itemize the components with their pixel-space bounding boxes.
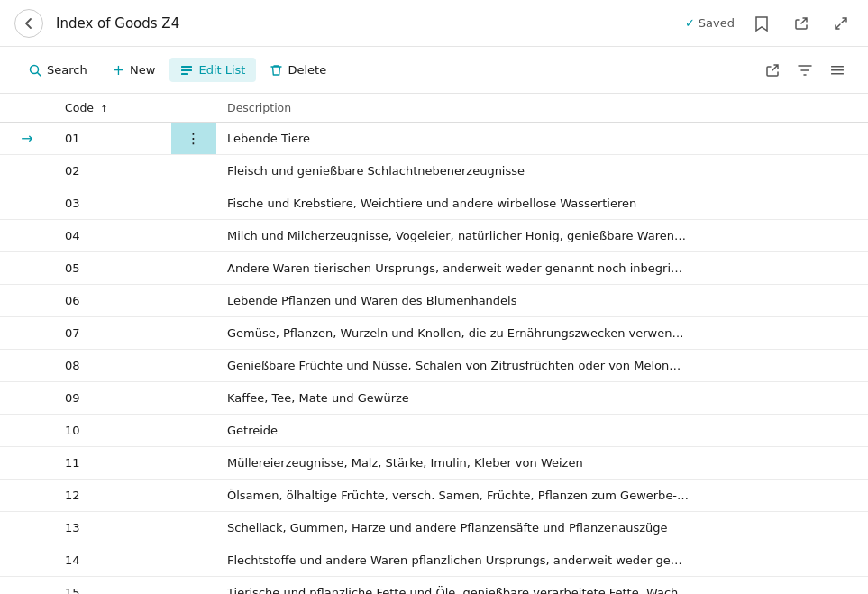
row-menu-cell[interactable] bbox=[171, 285, 216, 317]
row-menu-cell[interactable] bbox=[171, 220, 216, 252]
row-code-cell: 05 bbox=[54, 252, 171, 285]
row-menu-cell[interactable]: ⋮ bbox=[171, 123, 216, 155]
bookmark-button[interactable] bbox=[749, 11, 774, 36]
row-code-cell: 07 bbox=[54, 317, 171, 350]
row-code-cell: 14 bbox=[54, 544, 171, 577]
new-button[interactable]: + New bbox=[102, 58, 167, 83]
row-menu-cell[interactable] bbox=[171, 480, 216, 512]
row-menu-cell[interactable] bbox=[171, 512, 216, 544]
title-actions: ✓ Saved bbox=[685, 11, 854, 36]
table-header-row: Code ↑ Description bbox=[0, 94, 868, 123]
row-code-cell: 09 bbox=[54, 382, 171, 415]
table-row[interactable]: 08Genießbare Früchte und Nüsse, Schalen … bbox=[0, 350, 868, 382]
table-row[interactable]: 05Andere Waren tierischen Ursprungs, and… bbox=[0, 252, 868, 285]
table-row[interactable]: 06Lebende Pflanzen und Waren des Blumenh… bbox=[0, 285, 868, 317]
table-row[interactable]: 02Fleisch und genießbare Schlachtnebener… bbox=[0, 155, 868, 187]
row-code-cell: 06 bbox=[54, 285, 171, 317]
row-description-cell: Lebende Pflanzen und Waren des Blumenhan… bbox=[216, 285, 868, 317]
row-arrow-cell bbox=[0, 317, 54, 350]
row-code-cell: 10 bbox=[54, 415, 171, 447]
row-menu-cell[interactable] bbox=[171, 415, 216, 447]
delete-button[interactable]: Delete bbox=[260, 58, 337, 82]
row-code-cell: 03 bbox=[54, 187, 171, 220]
table-row[interactable]: 09Kaffee, Tee, Mate und Gewürze bbox=[0, 382, 868, 415]
row-description-cell: Milch und Milcherzeugnisse, Vogeleier, n… bbox=[216, 220, 868, 252]
row-menu-cell[interactable] bbox=[171, 252, 216, 285]
row-arrow-cell bbox=[0, 382, 54, 415]
row-code-cell: 01 bbox=[54, 123, 171, 155]
title-bar: Index of Goods Z4 ✓ Saved bbox=[0, 0, 868, 47]
col-header-description[interactable]: Description bbox=[216, 94, 868, 123]
saved-label-text: Saved bbox=[699, 16, 735, 30]
row-code-cell: 12 bbox=[54, 480, 171, 512]
search-label: Search bbox=[47, 63, 87, 77]
plus-icon: + bbox=[113, 63, 124, 78]
search-icon bbox=[29, 64, 41, 77]
row-arrow-cell bbox=[0, 285, 54, 317]
row-arrow-cell bbox=[0, 350, 54, 382]
row-menu-cell[interactable] bbox=[171, 577, 216, 595]
row-menu-cell[interactable] bbox=[171, 350, 216, 382]
row-arrow-cell: → bbox=[0, 123, 54, 155]
row-arrow-icon: → bbox=[21, 130, 32, 147]
delete-icon bbox=[270, 64, 282, 77]
row-description-cell: Flechtstoffe und andere Waren pflanzlich… bbox=[216, 544, 868, 577]
col-header-arrow bbox=[0, 94, 54, 123]
row-menu-cell[interactable] bbox=[171, 544, 216, 577]
table-row[interactable]: →01⋮Lebende Tiere bbox=[0, 123, 868, 155]
row-code-cell: 04 bbox=[54, 220, 171, 252]
table-row[interactable]: 13Schellack, Gummen, Harze und andere Pf… bbox=[0, 512, 868, 544]
saved-status: ✓ Saved bbox=[685, 16, 735, 30]
table-row[interactable]: 10Getreide bbox=[0, 415, 868, 447]
column-menu-button[interactable] bbox=[825, 58, 850, 83]
row-arrow-cell bbox=[0, 187, 54, 220]
table-row[interactable]: 04Milch und Milcherzeugnisse, Vogeleier,… bbox=[0, 220, 868, 252]
svg-rect-2 bbox=[181, 69, 192, 71]
table-row[interactable]: 03Fische und Krebstiere, Weichtiere und … bbox=[0, 187, 868, 220]
table-row[interactable]: 15Tierische und pflanzliche Fette und Öl… bbox=[0, 577, 868, 595]
row-menu-cell[interactable] bbox=[171, 382, 216, 415]
row-arrow-cell bbox=[0, 155, 54, 187]
toolbar: Search + New Edit List Delete bbox=[0, 47, 868, 94]
table-scroll[interactable]: Code ↑ Description →01⋮Lebende Tiere02Fl… bbox=[0, 94, 868, 594]
svg-rect-1 bbox=[181, 66, 192, 68]
table-row[interactable]: 07Gemüse, Pflanzen, Wurzeln und Knollen,… bbox=[0, 317, 868, 350]
row-code-cell: 15 bbox=[54, 577, 171, 595]
row-code-cell: 02 bbox=[54, 155, 171, 187]
row-description-cell: Ölsamen, ölhaltige Früchte, versch. Same… bbox=[216, 480, 868, 512]
edit-list-label: Edit List bbox=[198, 63, 245, 77]
row-arrow-cell bbox=[0, 220, 54, 252]
edit-list-icon bbox=[180, 64, 193, 77]
table-row[interactable]: 12Ölsamen, ölhaltige Früchte, versch. Sa… bbox=[0, 480, 868, 512]
table-row[interactable]: 14Flechtstoffe und andere Waren pflanzli… bbox=[0, 544, 868, 577]
row-description-cell: Kaffee, Tee, Mate und Gewürze bbox=[216, 382, 868, 415]
row-arrow-cell bbox=[0, 415, 54, 447]
goods-table: Code ↑ Description →01⋮Lebende Tiere02Fl… bbox=[0, 94, 868, 594]
row-description-cell: Fische und Krebstiere, Weichtiere und an… bbox=[216, 187, 868, 220]
row-description-cell: Gemüse, Pflanzen, Wurzeln und Knollen, d… bbox=[216, 317, 868, 350]
table-row[interactable]: 11Müllereierzeugnisse, Malz, Stärke, Imu… bbox=[0, 447, 868, 480]
row-description-cell: Lebende Tiere bbox=[216, 123, 868, 155]
toolbar-share-button[interactable] bbox=[760, 58, 785, 83]
back-button[interactable] bbox=[14, 9, 43, 38]
check-icon: ✓ bbox=[685, 16, 695, 30]
col-header-code[interactable]: Code ↑ bbox=[54, 94, 171, 123]
col-header-menu bbox=[171, 94, 216, 123]
row-menu-cell[interactable] bbox=[171, 447, 216, 480]
share-button[interactable] bbox=[789, 11, 814, 36]
filter-button[interactable] bbox=[792, 58, 818, 83]
row-menu-cell[interactable] bbox=[171, 187, 216, 220]
row-menu-cell[interactable] bbox=[171, 317, 216, 350]
delete-label: Delete bbox=[288, 63, 326, 77]
row-description-cell: Müllereierzeugnisse, Malz, Stärke, Imuli… bbox=[216, 447, 868, 480]
row-arrow-cell bbox=[0, 252, 54, 285]
sort-arrow-icon: ↑ bbox=[100, 104, 107, 114]
search-button[interactable]: Search bbox=[18, 58, 98, 82]
toolbar-right-actions bbox=[760, 58, 850, 83]
row-menu-cell[interactable] bbox=[171, 155, 216, 187]
edit-list-button[interactable]: Edit List bbox=[169, 58, 256, 82]
row-code-cell: 13 bbox=[54, 512, 171, 544]
expand-button[interactable] bbox=[828, 11, 854, 36]
row-menu-icon[interactable]: ⋮ bbox=[187, 130, 202, 147]
row-description-cell: Fleisch und genießbare Schlachtnebenerze… bbox=[216, 155, 868, 187]
